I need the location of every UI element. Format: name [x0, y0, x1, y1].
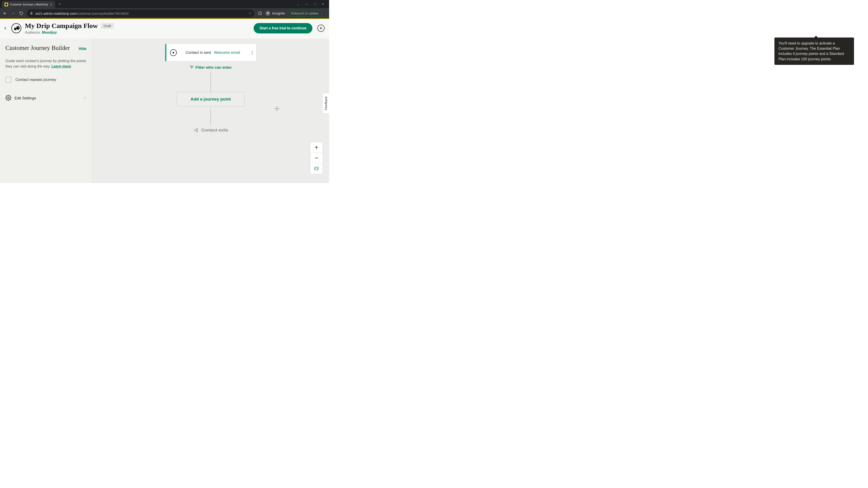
new-tab-icon[interactable]: ＋ — [58, 2, 61, 6]
window-maximize-icon[interactable]: □ — [314, 2, 316, 6]
incognito-indicator[interactable]: Incognito — [266, 11, 285, 16]
move-cursor-icon — [274, 106, 280, 112]
start-node-link[interactable]: Welcome email — [214, 51, 240, 55]
journey-canvas[interactable]: Contact is sent Welcome email Filter who… — [92, 39, 329, 183]
start-node-text: Contact is sent Welcome email — [186, 51, 240, 55]
url-text: us21.admin.mailchimp.com/customer-journe… — [35, 11, 129, 15]
filter-entry-button[interactable]: Filter who can enter — [190, 65, 232, 70]
add-journey-point-button[interactable]: Add a journey point — [177, 92, 245, 106]
play-icon — [170, 49, 177, 56]
sidebar-description: Guide each contact's journey by plotting… — [5, 58, 87, 69]
zoom-out-button[interactable] — [310, 153, 322, 163]
exit-icon — [193, 128, 198, 133]
feedback-tab[interactable]: Feedback — [322, 93, 329, 113]
hide-sidebar-button[interactable]: Hide — [79, 47, 87, 51]
window-controls: ⌄ ― □ ✕ — [297, 2, 327, 6]
bookmark-star-icon[interactable]: ☆ — [248, 11, 251, 15]
svg-point-6 — [16, 26, 20, 30]
sidebar-title: Customer Journey Builder — [5, 44, 70, 52]
zoom-in-button[interactable] — [310, 142, 322, 153]
gear-icon — [5, 95, 11, 102]
audience-link[interactable]: Moodjoy — [42, 31, 57, 34]
url-input[interactable]: us21.admin.mailchimp.com/customer-journe… — [27, 9, 254, 17]
connector-line — [211, 72, 211, 92]
sidebar: Customer Journey Builder Hide Guide each… — [0, 39, 92, 183]
edit-settings-button[interactable]: Edit Settings — [5, 95, 87, 102]
exit-node: Contact exits — [193, 128, 228, 133]
svg-point-3 — [268, 13, 269, 14]
start-node-card[interactable]: Contact is sent Welcome email — [165, 44, 256, 61]
mailchimp-favicon-icon — [4, 3, 8, 6]
connector-line — [211, 109, 211, 125]
page-title: My Drip Campaign Flow — [25, 22, 98, 30]
repeat-journey-checkbox[interactable] — [5, 77, 11, 83]
audience-row: Audience: Moodjoy — [25, 31, 114, 35]
svg-point-8 — [8, 97, 9, 99]
zoom-fit-button[interactable] — [310, 163, 322, 174]
panel-icon[interactable] — [257, 11, 263, 16]
zoom-controls — [310, 142, 323, 174]
tab-dropdown-icon[interactable]: ⌄ — [297, 2, 299, 6]
nav-forward-icon — [10, 11, 16, 16]
lock-icon — [30, 11, 33, 15]
incognito-label: Incognito — [272, 11, 285, 15]
window-minimize-icon[interactable]: ― — [305, 2, 308, 6]
svg-point-0 — [5, 3, 7, 6]
tab-title: Customer Journeys | Mailchimp — [10, 3, 48, 6]
start-trial-button[interactable]: Start a free trial to continue — [254, 23, 312, 33]
back-button[interactable] — [3, 26, 8, 31]
app-header: My Drip Campaign Flow Draft Audience: Mo… — [0, 19, 329, 39]
browser-url-bar: us21.admin.mailchimp.com/customer-journe… — [0, 8, 329, 19]
svg-rect-1 — [258, 12, 261, 15]
browser-tab[interactable]: Customer Journeys | Mailchimp ✕ — [2, 1, 55, 8]
status-badge: Draft — [101, 23, 114, 29]
filter-icon — [190, 65, 194, 70]
svg-point-5 — [14, 28, 17, 30]
more-vert-icon[interactable] — [252, 51, 252, 55]
learn-more-link[interactable]: Learn more — [51, 64, 71, 68]
repeat-journey-label: Contact repeats journey — [16, 77, 56, 82]
nav-reload-icon[interactable] — [19, 11, 24, 16]
svg-point-7 — [18, 27, 19, 28]
mailchimp-logo-icon[interactable] — [10, 22, 22, 34]
incognito-icon — [266, 11, 270, 16]
window-close-icon[interactable]: ✕ — [322, 2, 324, 6]
relaunch-button[interactable]: Relaunch to update ⋮ — [288, 10, 327, 17]
browser-tab-bar: Customer Journeys | Mailchimp ✕ ＋ ⌄ ― □ … — [0, 0, 329, 8]
nav-back-icon[interactable] — [2, 11, 8, 16]
tab-close-icon[interactable]: ✕ — [50, 3, 53, 6]
more-vert-icon: ⋮ — [320, 11, 323, 15]
chevron-right-icon — [84, 96, 87, 100]
svg-point-2 — [267, 13, 268, 14]
close-button[interactable] — [317, 25, 324, 32]
